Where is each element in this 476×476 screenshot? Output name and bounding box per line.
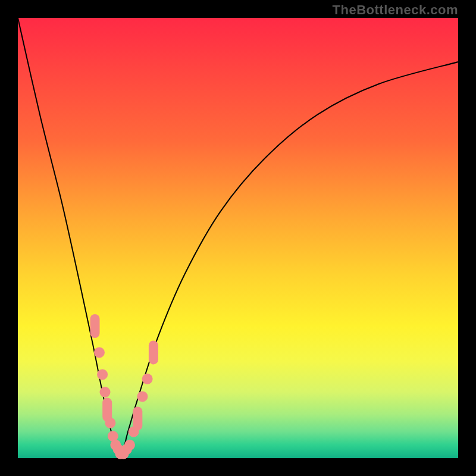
marker-dot (142, 374, 153, 384)
plot-area (18, 18, 458, 458)
chart-svg (18, 18, 458, 458)
marker-pill (149, 340, 158, 364)
attribution-label: TheBottleneck.com (333, 2, 458, 18)
marker-dot (100, 387, 111, 397)
marker-dot (97, 369, 108, 380)
marker-dot (94, 347, 105, 358)
marker-dot (105, 418, 115, 428)
marker-pill (133, 406, 142, 430)
bottleneck-curve-line (18, 18, 458, 458)
marker-group (90, 314, 158, 459)
chart-frame: TheBottleneck.com (0, 0, 476, 476)
marker-pill (90, 314, 100, 338)
marker-dot (124, 440, 135, 450)
marker-dot (137, 391, 148, 402)
